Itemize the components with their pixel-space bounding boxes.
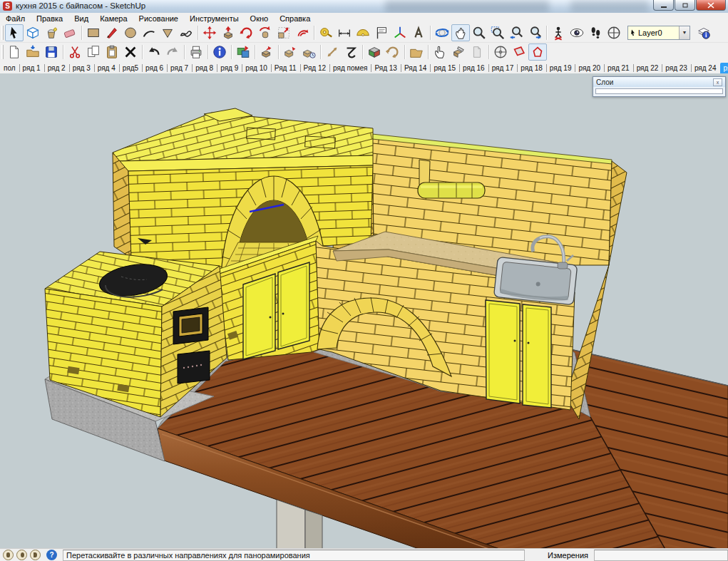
scene-tab-ряд 7[interactable]: ряд 7 bbox=[167, 63, 192, 73]
menu-Окно[interactable]: Окно bbox=[245, 14, 275, 23]
delete-button[interactable] bbox=[121, 43, 140, 61]
print-button[interactable] bbox=[187, 43, 205, 61]
rectangle-button[interactable] bbox=[84, 24, 103, 41]
dimension-button[interactable] bbox=[335, 24, 354, 41]
move-button[interactable] bbox=[200, 24, 219, 41]
section-plane-button[interactable] bbox=[510, 43, 528, 61]
scene-tab-ряд 3[interactable]: ряд 3 bbox=[69, 63, 94, 73]
scene-tab-ряд 8[interactable]: ряд 8 bbox=[192, 63, 217, 73]
freehand-button[interactable] bbox=[177, 24, 195, 41]
3d-text-button[interactable] bbox=[409, 24, 428, 41]
save-document-button[interactable] bbox=[42, 43, 61, 61]
offset-button[interactable] bbox=[293, 24, 312, 41]
layout-tool-button[interactable] bbox=[449, 43, 468, 61]
next-view-button[interactable] bbox=[526, 24, 544, 41]
zoom-button[interactable] bbox=[470, 24, 488, 41]
push-pull-button[interactable] bbox=[219, 24, 237, 41]
texture-cube-button[interactable] bbox=[365, 43, 384, 61]
layers-panel[interactable]: Слои x bbox=[593, 76, 726, 97]
open-document-button[interactable] bbox=[24, 43, 42, 61]
layers-panel-close-icon[interactable]: x bbox=[713, 78, 722, 86]
menu-Рисование[interactable]: Рисование bbox=[133, 14, 184, 23]
scene-tab-ряд 4[interactable]: ряд 4 bbox=[94, 63, 119, 73]
scene-tab-Ряд 13[interactable]: Ряд 13 bbox=[371, 63, 401, 73]
menu-Файл[interactable]: Файл bbox=[0, 14, 31, 23]
viewport-3d[interactable]: Слои x bbox=[0, 73, 728, 548]
make-component-button[interactable] bbox=[24, 24, 42, 41]
follow-me-button[interactable] bbox=[256, 24, 275, 41]
scale-button[interactable] bbox=[275, 24, 293, 41]
look-around-button[interactable] bbox=[568, 24, 586, 41]
person-status-icon[interactable] bbox=[16, 550, 27, 560]
title-bar[interactable]: S кухня 2015 с байпасом - SketchUp bbox=[0, 0, 728, 13]
scene-tab-ряд 20[interactable]: ряд 20 bbox=[575, 63, 604, 73]
dropdown-arrow-icon[interactable]: ▼ bbox=[679, 26, 689, 39]
polygon-button[interactable] bbox=[158, 24, 177, 41]
cut-button[interactable] bbox=[66, 43, 84, 61]
paste-button[interactable] bbox=[103, 43, 121, 61]
close-button[interactable] bbox=[696, 0, 726, 11]
axes-button[interactable] bbox=[391, 24, 409, 41]
minimize-button[interactable] bbox=[653, 0, 674, 11]
help-icon[interactable]: ? bbox=[46, 550, 57, 560]
menu-Правка[interactable]: Правка bbox=[31, 14, 68, 23]
scene-tab-ряд 21[interactable]: ряд 21 bbox=[604, 63, 633, 73]
scene-tab-Ряд 12[interactable]: Ряд 12 bbox=[300, 63, 330, 73]
menu-Вид[interactable]: Вид bbox=[68, 14, 94, 23]
open-folder-button[interactable] bbox=[407, 43, 426, 61]
scene-tab-ряд 19[interactable]: ряд 19 bbox=[546, 63, 575, 73]
zoom-window-button[interactable] bbox=[488, 24, 507, 41]
section-compass-button[interactable] bbox=[605, 24, 623, 41]
scene-tab-ряд 6[interactable]: ряд 6 bbox=[142, 63, 167, 73]
layer-manager-button[interactable] bbox=[694, 24, 713, 41]
maximize-button[interactable] bbox=[675, 0, 695, 11]
twist-tool-button[interactable] bbox=[342, 43, 360, 61]
model-info-button[interactable] bbox=[210, 43, 229, 61]
extrude-tool-button[interactable] bbox=[257, 43, 276, 61]
scene-tab-Ряд 14[interactable]: Ряд 14 bbox=[401, 63, 431, 73]
rotate-button[interactable] bbox=[237, 24, 256, 41]
line-button[interactable] bbox=[103, 24, 121, 41]
position-camera-button[interactable] bbox=[549, 24, 568, 41]
scene-tab-ряд помея[interactable]: ряд помея bbox=[329, 63, 371, 73]
scene-tab-ряд 16[interactable]: ряд 16 bbox=[459, 63, 488, 73]
rotate-texture-button[interactable] bbox=[384, 43, 402, 61]
undo-button[interactable] bbox=[145, 43, 163, 61]
menu-Справка[interactable]: Справка bbox=[274, 14, 316, 23]
previous-view-button[interactable] bbox=[507, 24, 526, 41]
orbit-button[interactable] bbox=[433, 24, 451, 41]
arc-button[interactable] bbox=[140, 24, 158, 41]
scene-tab-ряд 15[interactable]: ряд 15 bbox=[430, 63, 459, 73]
scene-tab-ряд 25[interactable]: ряд 25 bbox=[720, 63, 728, 73]
text-button[interactable] bbox=[372, 24, 391, 41]
menu-Инструменты[interactable]: Инструменты bbox=[184, 14, 245, 23]
compass-tool-button[interactable] bbox=[491, 43, 510, 61]
walk-button[interactable] bbox=[586, 24, 605, 41]
add-location-button[interactable] bbox=[234, 43, 252, 61]
new-document-button[interactable] bbox=[5, 43, 24, 61]
paint-bucket-button[interactable] bbox=[42, 24, 61, 41]
scene-tab-ряд 22[interactable]: ряд 22 bbox=[633, 63, 662, 73]
axes-arrow-button[interactable] bbox=[323, 43, 342, 61]
hand-point-button[interactable] bbox=[431, 43, 449, 61]
select-button[interactable] bbox=[5, 24, 24, 41]
scene-tab-ряд 9[interactable]: ряд 9 bbox=[217, 63, 242, 73]
scene-tab-ряд 1[interactable]: ряд 1 bbox=[19, 63, 44, 73]
solid-union-button[interactable] bbox=[281, 43, 299, 61]
redo-button[interactable] bbox=[163, 43, 182, 61]
copy-button[interactable] bbox=[84, 43, 103, 61]
tape-measure-button[interactable] bbox=[317, 24, 335, 41]
scene-tab-пол[interactable]: пол bbox=[0, 63, 19, 73]
geo-status-icon[interactable] bbox=[3, 550, 14, 560]
layer-dropdown[interactable]: Layer0▼ bbox=[627, 26, 690, 40]
menu-Камера[interactable]: Камера bbox=[94, 14, 133, 23]
scene-tab-ряд 10[interactable]: ряд 10 bbox=[242, 63, 271, 73]
scene-tab-ряд 23[interactable]: ряд 23 bbox=[662, 63, 691, 73]
gray-page-button[interactable] bbox=[468, 43, 486, 61]
scene-tab-ряд 17[interactable]: ряд 17 bbox=[488, 63, 518, 73]
section-cut-button[interactable] bbox=[528, 43, 547, 61]
circle-button[interactable] bbox=[121, 24, 140, 41]
pan-button[interactable] bbox=[451, 24, 470, 41]
scene-tab-Ряд 11[interactable]: Ряд 11 bbox=[271, 63, 300, 73]
eraser-button[interactable] bbox=[61, 24, 79, 41]
